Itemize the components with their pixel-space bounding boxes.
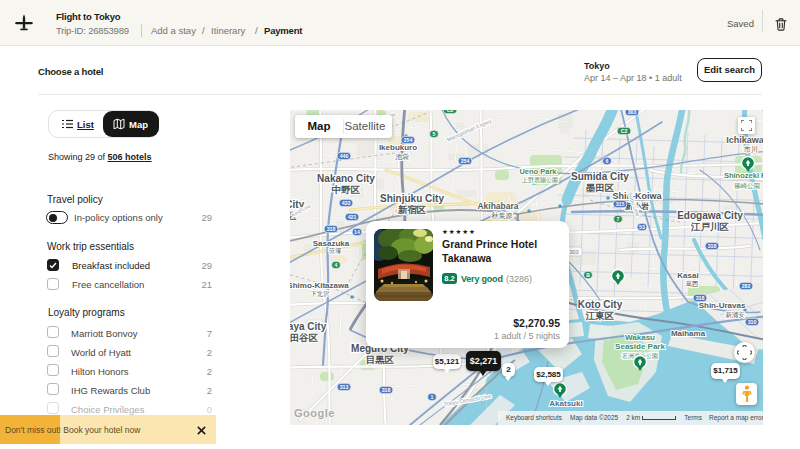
svg-text:秋葉原: 秋葉原 [492,212,513,219]
svg-text:318: 318 [382,387,391,393]
svg-text:上野恩賜公園: 上野恩賜公園 [521,177,558,184]
svg-text:254: 254 [404,137,413,143]
svg-text:篠崎公園: 篠崎公園 [734,182,760,190]
svg-text:Wakasu: Wakasu [625,333,655,342]
svg-text:江東区: 江東区 [585,310,615,321]
svg-text:Shimo-Kitazawa: Shimo-Kitazawa [290,281,349,290]
svg-text:葛西: 葛西 [686,280,700,287]
svg-text:笹塚: 笹塚 [329,247,343,254]
svg-text:江戸川区: 江戸川区 [690,221,730,232]
svg-text:303: 303 [628,110,637,115]
svg-text:gaya City: gaya City [290,321,327,332]
svg-text:Akihabara: Akihabara [477,201,518,211]
svg-text:318: 318 [708,243,717,249]
svg-text:421: 421 [348,214,357,220]
svg-text:Sumida City: Sumida City [571,171,629,182]
svg-text:中野区: 中野区 [332,184,361,195]
svg-text:Nakano City: Nakano City [317,173,375,184]
svg-text:目黒区: 目黒区 [366,354,395,365]
svg-text:Edogawa City: Edogawa City [677,210,743,221]
svg-text:田谷区: 田谷区 [290,332,319,343]
svg-text:Ueno Park: Ueno Park [519,167,557,176]
svg-text:Kasai: Kasai [677,271,698,280]
svg-text:4: 4 [335,262,338,268]
svg-text:303: 303 [569,249,578,255]
svg-text:433: 433 [342,200,351,206]
svg-text:C2: C2 [621,128,628,134]
svg-text:5: 5 [433,131,436,137]
svg-text:14: 14 [354,229,360,235]
svg-text:313: 313 [340,384,349,390]
svg-text:7: 7 [617,216,620,222]
svg-text:1: 1 [431,394,434,400]
svg-text:318: 318 [696,295,705,301]
svg-text:Koto City: Koto City [578,299,623,310]
svg-text:318: 318 [327,226,336,232]
svg-text:Shinozeki P: Shinozeki P [724,171,763,180]
svg-text:53: 53 [639,224,645,230]
svg-text:墨田区: 墨田区 [585,182,615,193]
svg-text:Shin-Uravas: Shin-Uravas [699,301,746,310]
svg-text:440: 440 [340,153,349,159]
svg-text:Seaside Park: Seaside Park [615,342,665,351]
svg-text:315: 315 [616,201,625,207]
svg-text:Maihama: Maihama [671,329,706,338]
svg-text:市川: 市川 [744,145,759,154]
svg-text:282: 282 [742,283,751,289]
svg-text:254: 254 [461,158,470,164]
svg-text:新浦安: 新浦安 [725,311,745,319]
svg-text:下北沢: 下北沢 [310,290,330,298]
svg-text:Akatsuki: Akatsuki [549,399,582,408]
svg-text:Shinjuku City: Shinjuku City [380,193,444,204]
svg-text:Ikebukuro: Ikebukuro [379,143,417,152]
svg-text:310: 310 [748,319,757,325]
svg-text:6: 6 [606,158,609,164]
svg-text:Shin-Koiwa: Shin-Koiwa [613,191,663,201]
svg-text:Ichikawa: Ichikawa [726,135,763,145]
svg-text:C2: C2 [447,110,454,113]
svg-text:B: B [586,272,590,278]
svg-text:池袋: 池袋 [395,153,409,161]
svg-text:新宿区: 新宿区 [398,204,427,215]
